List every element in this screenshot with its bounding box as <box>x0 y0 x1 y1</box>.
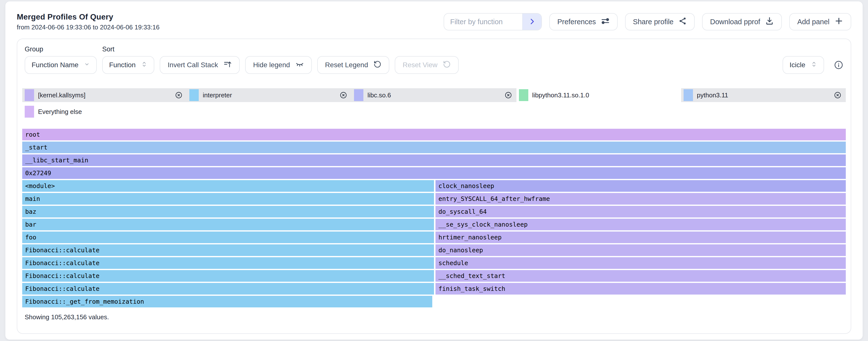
toolbar: Group Function Name Sort Function <box>25 46 843 74</box>
group-label: Group <box>25 46 97 53</box>
share-icon <box>678 17 687 27</box>
flame-frame[interactable]: main <box>22 193 434 205</box>
flame-frame[interactable]: foo <box>22 231 434 243</box>
download-pprof-button[interactable]: Download pprof <box>702 13 782 30</box>
legend-remove-button[interactable] <box>505 91 512 99</box>
filter-submit-button[interactable] <box>522 13 541 30</box>
sort-ascending-icon <box>223 60 232 70</box>
sort-control: Sort Function <box>102 46 154 74</box>
x-circle-icon <box>175 91 182 99</box>
flame-row: 0x27249 <box>22 167 846 179</box>
header-actions: Preferences Share profile <box>444 13 851 30</box>
flame-frame[interactable]: finish_task_switch <box>435 283 846 294</box>
eye-off-icon <box>296 60 304 70</box>
visualization-panel: Group Function Name Sort Function <box>17 38 851 334</box>
page-title: Merged Profiles Of Query <box>17 12 159 22</box>
invert-call-stack-label: Invert Call Stack <box>167 61 218 69</box>
flame-row: Fibonacci::calculateschedule <box>22 257 846 269</box>
flame-row: Fibonacci::_get_from_memoization <box>22 296 846 307</box>
download-pprof-label: Download pprof <box>710 18 760 26</box>
flame-frame[interactable]: entry_SYSCALL_64_after_hwframe <box>435 193 846 205</box>
flame-frame[interactable]: root <box>22 129 846 140</box>
group-control: Group Function Name <box>25 46 97 74</box>
add-panel-button[interactable]: Add panel <box>789 13 851 30</box>
reset-view-label: Reset View <box>403 61 437 69</box>
flame-row: Fibonacci::calculate__sched_text_start <box>22 270 846 282</box>
flame-row: bar__se_sys_clock_nanosleep <box>22 219 846 230</box>
legend-remove-button[interactable] <box>834 91 841 99</box>
sort-by-value: Function <box>109 61 135 69</box>
flame-row: <module>clock_nanosleep <box>22 180 846 192</box>
preferences-button[interactable]: Preferences <box>549 13 617 30</box>
rotate-ccw-icon <box>443 60 451 70</box>
values-summary: Showing 105,263,156 values. <box>22 313 846 321</box>
legend-item-label: libpython3.11.so.1.0 <box>532 91 589 99</box>
flame-row: Fibonacci::calculatefinish_task_switch <box>22 283 846 294</box>
preferences-label: Preferences <box>557 18 596 26</box>
info-icon[interactable] <box>834 60 843 70</box>
share-profile-button[interactable]: Share profile <box>625 13 695 30</box>
legend-swatch <box>354 89 363 101</box>
flame-row: Fibonacci::calculatedo_nanosleep <box>22 245 846 256</box>
reset-legend-button[interactable]: Reset Legend <box>317 56 389 74</box>
chevrons-up-down-icon <box>811 61 817 69</box>
flame-frame[interactable]: clock_nanosleep <box>435 180 846 192</box>
flame-row: bazdo_syscall_64 <box>22 206 846 218</box>
legend-item-everything-else[interactable]: Everything else <box>22 106 846 118</box>
legend-item-label: [kernel.kallsyms] <box>38 91 85 99</box>
flame-frame[interactable]: baz <box>22 206 434 218</box>
legend-remove-button[interactable] <box>175 91 182 99</box>
view-mode-select[interactable]: Icicle <box>783 56 824 74</box>
flame-frame[interactable]: Fibonacci::calculate <box>22 245 434 256</box>
legend-item-label: interpreter <box>203 91 232 99</box>
legend-swatch <box>25 89 34 101</box>
flame-frame[interactable]: __se_sys_clock_nanosleep <box>435 219 846 230</box>
flame-frame[interactable]: Fibonacci::calculate <box>22 283 434 294</box>
flame-frame[interactable]: __sched_text_start <box>435 270 846 282</box>
flame-frame[interactable]: do_syscall_64 <box>435 206 846 218</box>
icicle-graph: root_start__libc_start_main0x27249<modul… <box>22 129 846 307</box>
download-icon <box>765 17 774 27</box>
legend-swatch <box>189 89 199 101</box>
flame-frame[interactable]: Fibonacci::calculate <box>22 257 434 269</box>
flame-frame[interactable]: Fibonacci::_get_from_memoization <box>22 296 432 307</box>
sliders-icon <box>601 17 610 27</box>
legend-item[interactable]: libc.so.6 <box>351 88 516 102</box>
legend-item[interactable]: interpreter <box>187 88 351 102</box>
invert-call-stack-button[interactable]: Invert Call Stack <box>160 56 240 74</box>
flame-frame[interactable]: 0x27249 <box>22 167 846 179</box>
x-circle-icon <box>340 91 347 99</box>
reset-legend-label: Reset Legend <box>325 61 368 69</box>
legend-swatch <box>25 106 34 118</box>
sort-label: Sort <box>102 46 154 53</box>
flame-frame[interactable]: __libc_start_main <box>22 154 846 166</box>
legend-item[interactable]: python3.11 <box>681 88 846 102</box>
view-mode-value: Icicle <box>789 61 805 69</box>
filter-by-function-input[interactable] <box>444 13 522 30</box>
sort-by-select[interactable]: Function <box>102 56 154 74</box>
legend-item[interactable]: [kernel.kallsyms] <box>22 88 187 102</box>
hide-legend-button[interactable]: Hide legend <box>245 56 312 74</box>
toolbar-left: Group Function Name Sort Function <box>25 46 459 74</box>
chevron-right-icon <box>528 17 536 26</box>
header-titles: Merged Profiles Of Query from 2024-06-06… <box>17 12 159 31</box>
group-by-select[interactable]: Function Name <box>25 56 97 74</box>
reset-view-button[interactable]: Reset View <box>395 56 459 74</box>
flame-frame[interactable]: do_nanosleep <box>435 245 846 256</box>
flame-frame[interactable]: <module> <box>22 180 434 192</box>
flame-frame[interactable]: _start <box>22 142 846 153</box>
hide-legend-label: Hide legend <box>253 61 290 69</box>
flame-frame[interactable]: Fibonacci::calculate <box>22 270 434 282</box>
flame-frame[interactable]: schedule <box>435 257 846 269</box>
filter-by-function-group <box>444 13 542 30</box>
legend-item-label: python3.11 <box>697 91 728 99</box>
chevrons-up-down-icon <box>141 61 147 69</box>
profiler-panel-card: Merged Profiles Of Query from 2024-06-06… <box>5 1 863 340</box>
legend-item-label: Everything else <box>38 108 82 116</box>
legend-remove-button[interactable] <box>340 91 347 99</box>
legend-item-label: libc.so.6 <box>367 91 391 99</box>
chevron-down-icon <box>84 61 90 69</box>
legend-item[interactable]: libpython3.11.so.1.0 <box>517 88 681 102</box>
flame-frame[interactable]: bar <box>22 219 434 230</box>
flame-frame[interactable]: hrtimer_nanosleep <box>435 231 846 243</box>
